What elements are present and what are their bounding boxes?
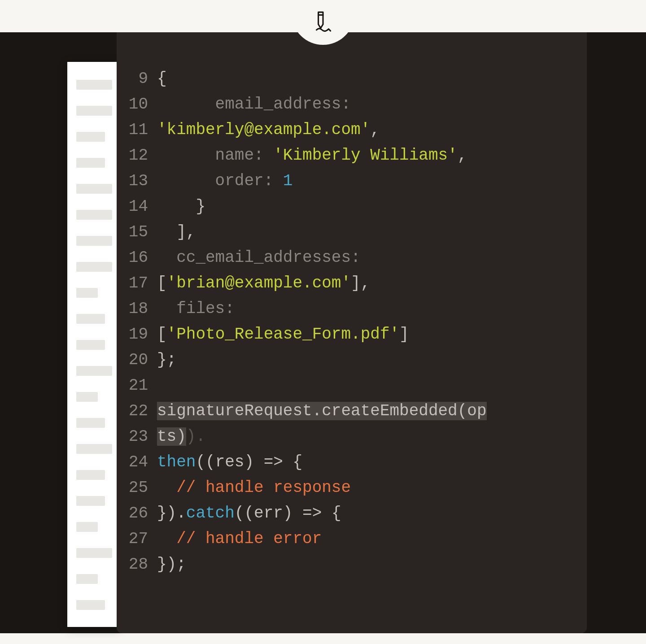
code-token: 'kimberly@example.com'	[157, 121, 370, 139]
code-content[interactable]: 'kimberly@example.com',	[157, 117, 578, 143]
line-number: 11	[126, 117, 157, 143]
line-number: 12	[126, 143, 157, 168]
code-content[interactable]: cc_email_addresses:	[157, 245, 578, 270]
line-number: 10	[126, 91, 157, 117]
code-token: {	[157, 70, 167, 88]
code-line[interactable]: 24then((res) => {	[126, 449, 578, 475]
doc-placeholder-line	[76, 366, 112, 376]
doc-placeholder-line	[76, 600, 105, 610]
code-content[interactable]: files:	[157, 296, 578, 322]
code-line[interactable]: 27 // handle error	[126, 526, 578, 552]
line-number: 19	[126, 322, 157, 347]
code-token: cc_email_addresses:	[157, 248, 361, 267]
doc-placeholder-line	[76, 470, 105, 480]
code-content[interactable]: signatureRequest.createEmbedded(op	[157, 398, 578, 424]
code-token: files:	[157, 300, 235, 318]
code-token: 'Photo_Release_Form.pdf'	[167, 325, 399, 344]
doc-placeholder-line	[76, 314, 105, 324]
code-content[interactable]: ],	[157, 219, 578, 245]
code-line[interactable]: 9{	[126, 66, 578, 91]
code-content[interactable]: ['brian@example.com'],	[157, 270, 578, 296]
code-line[interactable]: 20};	[126, 347, 578, 373]
line-number: 22	[126, 398, 157, 424]
line-number: 14	[126, 194, 157, 219]
code-line[interactable]: 28});	[126, 552, 578, 577]
code-content[interactable]: ['Photo_Release_Form.pdf']	[157, 322, 578, 347]
code-editor[interactable]: 9{10 email_address:11'kimberly@example.c…	[117, 32, 587, 633]
doc-placeholder-line	[76, 522, 98, 532]
code-content[interactable]: email_address:	[157, 91, 578, 117]
code-token: ((err) => {	[235, 504, 341, 522]
code-token: order:	[157, 172, 283, 190]
code-line[interactable]: 12 name: 'Kimberly Williams',	[126, 143, 578, 168]
code-content[interactable]: });	[157, 552, 578, 577]
doc-placeholder-line	[76, 80, 112, 90]
code-content[interactable]: }).catch((err) => {	[157, 500, 578, 526]
line-number: 24	[126, 449, 157, 475]
code-line[interactable]: 25 // handle response	[126, 475, 578, 500]
code-line[interactable]: 21	[126, 373, 578, 398]
code-token: ((res) => {	[196, 453, 302, 471]
code-line[interactable]: 15 ],	[126, 219, 578, 245]
line-number: 16	[126, 245, 157, 270]
code-token: ,	[458, 146, 467, 165]
code-line[interactable]: 11'kimberly@example.com',	[126, 117, 578, 143]
code-line[interactable]: 22signatureRequest.createEmbedded(op	[126, 398, 578, 424]
line-number: 21	[126, 373, 157, 398]
code-line[interactable]: 23ts)).	[126, 424, 578, 449]
line-number: 28	[126, 552, 157, 577]
code-token: then	[157, 453, 196, 471]
doc-placeholder-line	[76, 210, 112, 220]
doc-placeholder-line	[76, 288, 98, 298]
code-token: 1	[283, 172, 293, 190]
code-token: 'Kimberly Williams'	[273, 146, 457, 165]
code-content[interactable]: order: 1	[157, 168, 578, 194]
code-content[interactable]: name: 'Kimberly Williams',	[157, 143, 578, 168]
code-line[interactable]: 18 files:	[126, 296, 578, 322]
code-line[interactable]: 17['brian@example.com'],	[126, 270, 578, 296]
code-line[interactable]: 13 order: 1	[126, 168, 578, 194]
code-line[interactable]: 19['Photo_Release_Form.pdf']	[126, 322, 578, 347]
line-number: 25	[126, 475, 157, 500]
code-content[interactable]: // handle response	[157, 475, 578, 500]
code-line[interactable]: 16 cc_email_addresses:	[126, 245, 578, 270]
code-token: ).	[186, 427, 205, 446]
doc-placeholder-line	[76, 236, 112, 246]
line-number: 17	[126, 270, 157, 296]
line-number: 15	[126, 219, 157, 245]
code-content[interactable]: // handle error	[157, 526, 578, 552]
code-token: signatureRequest.createEmbedded(op	[157, 402, 487, 420]
doc-placeholder-line	[76, 184, 112, 194]
code-token: // handle error	[157, 530, 322, 548]
code-token: };	[157, 351, 176, 369]
code-content[interactable]: ts)).	[157, 424, 578, 449]
code-line[interactable]: 10 email_address:	[126, 91, 578, 117]
code-content[interactable]: {	[157, 66, 578, 91]
doc-placeholder-line	[76, 574, 98, 584]
code-content[interactable]: };	[157, 347, 578, 373]
line-number: 26	[126, 500, 157, 526]
code-token: [	[157, 325, 167, 344]
doc-placeholder-line	[76, 106, 112, 116]
pencil-signature-icon	[310, 8, 336, 35]
line-number: 27	[126, 526, 157, 552]
code-token: name:	[157, 146, 273, 165]
line-number: 13	[126, 168, 157, 194]
code-token: }	[157, 197, 205, 216]
line-number: 23	[126, 424, 157, 449]
code-content[interactable]: }	[157, 194, 578, 219]
code-token: ts)	[157, 427, 186, 446]
line-number: 18	[126, 296, 157, 322]
code-line[interactable]: 26}).catch((err) => {	[126, 500, 578, 526]
code-token: [	[157, 274, 167, 292]
code-line[interactable]: 14 }	[126, 194, 578, 219]
code-token: ,	[370, 121, 380, 139]
code-token: catch	[186, 504, 235, 522]
doc-placeholder-line	[76, 262, 112, 272]
line-number: 9	[126, 66, 157, 91]
doc-placeholder-line	[76, 444, 112, 454]
code-token: }).	[157, 504, 186, 522]
code-content[interactable]: then((res) => {	[157, 449, 578, 475]
code-token: ],	[351, 274, 370, 292]
doc-placeholder-line	[76, 132, 105, 142]
